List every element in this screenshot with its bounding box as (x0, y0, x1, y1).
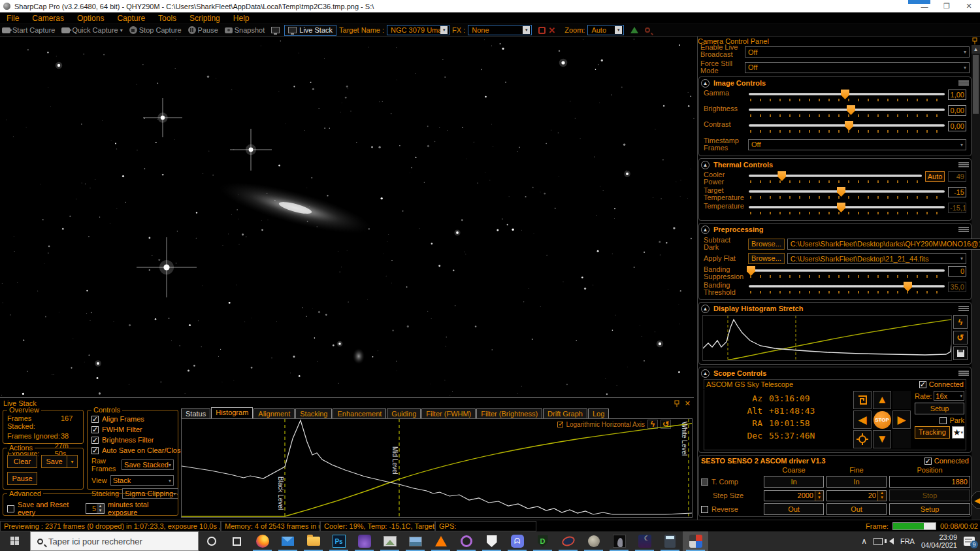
banding-suppression-value[interactable]: 0 (948, 266, 966, 276)
stop-capture-button[interactable]: Stop Capture (127, 26, 184, 34)
slider-thumb[interactable] (841, 90, 849, 99)
scrollbar-thumb[interactable] (973, 55, 979, 114)
apply-flat-path-select[interactable]: C:\Users\SharkFleet\Desktop\21_21_44.fit… (787, 253, 966, 264)
menu-tools[interactable]: Tools (152, 14, 183, 23)
scope-setup-button[interactable]: Setup (915, 403, 964, 414)
slew-up-button[interactable]: ▲ (873, 391, 891, 409)
subtract-dark-path-select[interactable]: C:\Users\SharkFleet\Desktop\darks\QHY290… (787, 239, 980, 250)
collapse-icon[interactable]: ▲ (701, 225, 710, 234)
taskbar-astronomy-app[interactable] (351, 531, 377, 551)
spinner-arrows-icon[interactable]: ▲▼ (97, 504, 104, 513)
spiral-search-button[interactable] (853, 391, 872, 409)
taskbar-mail[interactable] (275, 531, 301, 551)
apply-flat-browse-button[interactable]: Browse... (748, 253, 785, 264)
subtract-dark-browse-button[interactable]: Browse... (748, 239, 785, 250)
snapshot-button[interactable]: Snapshot (223, 26, 267, 34)
auto-save-checkbox[interactable] (91, 447, 99, 454)
menu-cameras[interactable]: Cameras (25, 14, 71, 23)
taskbar-sharpcap[interactable] (683, 531, 708, 551)
tab-status[interactable]: Status (181, 409, 210, 418)
timestamp-frames-select[interactable]: Off ▾ (748, 139, 966, 150)
rate-select[interactable]: 16x ▾ (934, 391, 964, 401)
taskbar-search[interactable]: Taper ici pour rechercher (30, 531, 199, 551)
focuser-stop-button[interactable]: Stop (889, 490, 970, 501)
tab-guiding[interactable]: Guiding (387, 409, 421, 418)
clear-button[interactable]: Clear (7, 455, 37, 468)
spinner-arrows-icon[interactable]: ▲▼ (877, 491, 886, 501)
gamma-value[interactable]: 1,00 (948, 90, 966, 100)
cooler-power-value[interactable]: 49 (948, 171, 966, 182)
taskbar-planetarium[interactable] (581, 531, 606, 551)
target-temperature-value[interactable]: -15 (948, 187, 966, 197)
save-stretch-button[interactable] (953, 346, 968, 360)
tab-log[interactable]: Log (588, 409, 609, 418)
minutes-spinner[interactable]: 5▲▼ (86, 503, 105, 514)
menu-icon[interactable] (958, 80, 969, 86)
taskbar-file-explorer[interactable] (301, 531, 326, 551)
cooler-auto-button[interactable]: Auto (925, 171, 945, 182)
t-comp-checkbox[interactable] (701, 478, 708, 486)
tab-alignment[interactable]: Alignment (253, 409, 295, 418)
slew-right-button[interactable]: ▶ (892, 410, 911, 429)
fine-out-button[interactable]: Out (826, 503, 887, 515)
tray-expand-icon[interactable]: ∧ (861, 537, 867, 546)
brightness-filter-checkbox[interactable] (91, 437, 99, 444)
brightness-value[interactable]: 0,00 (948, 105, 966, 116)
minutes-value[interactable]: 5 (86, 505, 97, 512)
taskbar-clock[interactable]: 23:09 04/04/2021 (921, 533, 957, 549)
save-reset-checkbox[interactable] (7, 505, 14, 512)
slider-thumb[interactable] (847, 105, 855, 115)
taskbar-firefox[interactable] (250, 531, 275, 551)
menu-scripting[interactable]: Scripting (183, 14, 227, 23)
view-select[interactable]: Stack▾ (110, 475, 174, 486)
reset-stretch-button[interactable]: ↺ (953, 331, 968, 344)
banding-threshold-slider[interactable] (749, 282, 945, 296)
histogram-icon[interactable] (630, 27, 638, 33)
restore-button[interactable]: ❐ (936, 0, 958, 12)
volume-icon[interactable] (889, 538, 894, 544)
goto-target-button[interactable] (853, 430, 872, 448)
fine-in-button[interactable]: In (826, 476, 887, 488)
stretch-histogram[interactable] (702, 315, 952, 361)
menu-file[interactable]: File (0, 14, 25, 23)
display-tray-icon[interactable] (874, 538, 883, 545)
start-button[interactable] (0, 531, 30, 551)
pause-button[interactable]: Pause (186, 26, 220, 34)
taskbar-daemon-tools[interactable]: D (530, 531, 555, 551)
fine-step-spinner[interactable]: 20▲▼ (826, 490, 887, 501)
cortana-button[interactable] (199, 531, 224, 551)
enable-broadcast-select[interactable]: Off ▾ (745, 46, 970, 58)
display-button[interactable] (269, 27, 282, 33)
contrast-value[interactable]: 0,00 (948, 121, 966, 131)
taskbar-vlc[interactable] (428, 531, 453, 551)
slider-thumb[interactable] (747, 266, 755, 276)
save-dropdown-icon[interactable]: ▾ (67, 455, 78, 468)
slider-thumb[interactable] (904, 282, 912, 292)
zoom-select[interactable]: Auto ▾ (587, 25, 624, 35)
close-panel-icon[interactable]: ✕ (685, 399, 691, 408)
menu-capture[interactable]: Capture (110, 14, 152, 23)
slew-left-button[interactable]: ◀ (853, 410, 872, 429)
coarse-step-spinner[interactable]: 2000▲▼ (764, 490, 824, 501)
taskbar-discord[interactable]: ᗣ (504, 531, 530, 551)
fx-select[interactable]: None ▾ (468, 25, 532, 35)
pause-stack-button[interactable]: Pause (7, 472, 37, 485)
menu-icon[interactable] (958, 227, 969, 232)
taskbar-calculator[interactable] (657, 531, 683, 551)
notifications-button[interactable]: 9 (964, 537, 975, 546)
reverse-checkbox[interactable] (701, 506, 708, 513)
align-frames-checkbox[interactable] (91, 416, 99, 423)
selection-rect-icon[interactable] (538, 27, 546, 34)
menu-options[interactable]: Options (71, 14, 110, 23)
brightness-slider[interactable] (749, 105, 945, 120)
fwhm-filter-checkbox[interactable] (91, 426, 99, 433)
clear-selection-icon[interactable]: ✕ (548, 25, 555, 35)
pin-icon[interactable] (674, 400, 679, 408)
contrast-slider[interactable] (749, 121, 945, 135)
coarse-in-button[interactable]: In (764, 476, 824, 488)
save-split-button[interactable]: Save ▾ (41, 455, 78, 468)
spinner-arrows-icon[interactable]: ▲▼ (815, 491, 823, 501)
live-stack-button[interactable]: Live Stack (284, 25, 336, 36)
temperature-slider[interactable] (749, 203, 945, 217)
close-button[interactable]: ✕ (958, 0, 980, 12)
